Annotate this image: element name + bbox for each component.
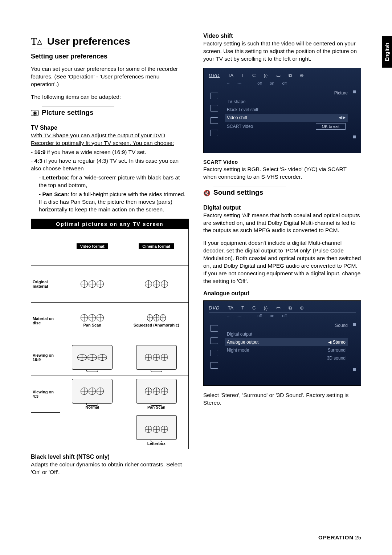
osd-picture-screenshot: DVD TATC ((·▭⧉⊕ ----- offonoff Picture T… [203,68,361,153]
title-underline [31,49,96,49]
section-subtitle: Setting user preferences [31,53,189,60]
osd-item-video-shift: Video shift◀ ▶ [225,114,348,122]
page-title: T▵ User preferences [31,33,189,47]
picture-settings-heading: Picture settings [42,106,114,117]
digital-output-p2: If your equipment doesn't include a digi… [203,239,361,285]
page-columns: T▵ User preferences Setting user prefere… [31,33,361,481]
osd-sound-screenshot: DVD TATC ((·▭⧉⊕ ----- offonoff Sound Dig… [203,300,361,386]
black-level-heading: Black level shift (NTSC only) [31,454,189,460]
opt-letterbox: - Letterbox: for a 'wide-screen' picture… [39,174,189,189]
tv-shape-intro: With TV Shape you can adjust the output … [31,132,189,147]
left-column: T▵ User preferences Setting user prefere… [31,33,189,481]
intro-1: You can set your user preferences for so… [31,65,189,88]
video-shift-heading: Video shift [203,33,361,39]
diagram-row4-label: Viewing on 4:3 [31,376,60,412]
tv-shape-heading: TV Shape [31,125,189,131]
analogue-output-tail: Select 'Stereo', 'Surround' or '3D Sound… [203,392,361,407]
diagram-title: Optimal pictures on any TV screen [31,219,188,229]
digital-output-p1: Factory setting 'All' means that both co… [203,212,361,235]
osd-logo: DVD [209,73,220,78]
osd-side-icons [209,90,220,138]
osd-item-scart-video: SCART videoOK to exit [225,122,348,131]
osd-scrollbar [353,90,356,138]
digital-output-heading: Digital output [203,204,361,211]
tv-shape-diagram: Optimal pictures on any TV screen Video … [31,219,189,449]
preferences-icon: T▵ [31,36,42,47]
picture-icon: ◉ [31,110,39,116]
osd-item-black-level: Black Level shift [225,106,348,114]
diagram-row2-label: Material on disc [31,302,60,339]
osd-item-night-mode: Night mode Surround [225,346,348,354]
osd-item-tv-shape: TV shape [225,98,348,106]
osd-side-icons [209,323,220,371]
osd-item-3d-sound: 3D sound [225,354,348,362]
opt-panscan: - Pan Scan: for a full-height picture wi… [39,191,189,214]
page-footer: OPERATION 25 [318,534,361,540]
analogue-output-heading: Analogue output [203,290,361,297]
language-tab-icon [210,117,218,124]
diagram-row3-label: Viewing on 16:9 [31,339,60,376]
language-tab: English [382,36,392,68]
black-level-text: Adapts the colour dynamics to obtain ric… [31,461,189,476]
osd-item-analogue-output: Analogue output ◀ Stereo [225,338,348,346]
osd-logo: DVD [209,305,220,311]
diagram-col2-header: Cinema format [139,243,174,249]
scart-video-text: Factory setting is RGB. Select 'S- video… [203,166,361,181]
osd-item-digital-output: Digital output [225,330,348,338]
sound-icon: 🔇 [203,190,211,197]
right-column: Video shift Factory setting is such that… [203,33,361,481]
features-tab-icon [210,130,218,136]
picture-tab-icon [210,93,218,99]
osd-section-heading: Picture [225,90,348,96]
diagram-col1-header: Video format [77,243,108,249]
osd-section-heading: Sound [225,323,348,328]
sound-settings-heading: Sound settings [213,186,286,197]
diagram-row1-label: Original material [31,266,60,302]
scart-video-heading: SCART Video [203,159,361,165]
opt-43: - 4:3 if you have a regular (4:3) TV set… [31,157,189,173]
sound-tab-icon [210,105,218,112]
opt-169: - 16:9 if you have a wide screen (16:9) … [31,149,189,156]
intro-2: The following items can be adapted: [31,93,189,101]
video-shift-text: Factory setting is such that the video w… [203,40,361,63]
